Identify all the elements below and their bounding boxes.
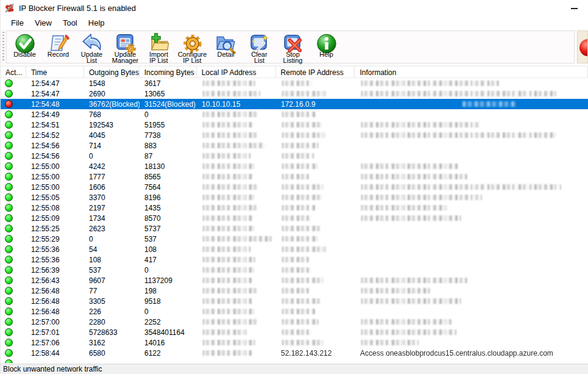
local-redacted [202,122,253,128]
menu-item-help[interactable]: Help [83,17,110,29]
out-value: 226 [89,307,101,316]
cell-local [197,88,276,99]
in-value: 0 [144,266,149,275]
table-row[interactable]: 12:55:0917348570 [1,213,588,223]
cell-in: 13065 [140,88,197,99]
cell-info [355,203,588,213]
table-row[interactable]: 12:56:482260 [1,306,588,317]
toolbar-button-clear-list[interactable]: Clear List [243,31,276,63]
status-dot-green [5,328,13,336]
column-header-local[interactable]: Local IP Address [197,67,276,77]
cell-act [1,78,26,88]
out-value: 537 [89,266,101,275]
table-row[interactable]: 12:57:0157286333548401164 [1,327,588,337]
time-value: 12:56:39 [31,266,60,275]
table-row[interactable]: 12:55:290537 [1,234,588,244]
time-value: 12:56:48 [31,297,60,306]
table-row[interactable]: 12:54:497680 [1,109,588,120]
table-row[interactable]: 12:56:4396071137209 [1,275,588,286]
local-redacted [202,81,255,86]
status-text: Block unwanted network traffic [3,365,102,373]
table-row[interactable]: 12:54:56087 [1,151,588,161]
cell-remote [276,151,355,161]
table-row[interactable]: 12:55:0017778565 [1,171,588,182]
out-value: 54 [89,245,97,254]
table-row[interactable]: 12:58:446580612252.182.143.212Access one… [1,348,588,358]
toolbar-button-configure-ip-list[interactable]: Configure IP List [175,31,209,63]
cell-in: 18130 [140,161,197,171]
title-bar: IP Blocker Firewall 5.1 is enabled [1,0,588,16]
table-row[interactable]: 12:54:4715483617 [1,78,588,88]
toolbar-button-label: Configure IP List [178,51,207,63]
column-header-act[interactable]: Act... [1,67,26,77]
table-row[interactable]: 12:54:56714883 [1,140,588,151]
remote-redacted [281,174,309,179]
in-value: 3617 [144,79,161,88]
local-redacted [202,329,248,335]
toolbar-button-stop-listing[interactable]: Stop Listing [276,31,310,63]
table-row[interactable]: 12:55:00424218130 [1,161,588,171]
table-row[interactable]: 12:54:5119254351955 [1,120,588,130]
status-dot-green [5,339,13,347]
toolbar-button-update-manager[interactable]: Update Manager [108,31,142,63]
toolbar-right-panel[interactable] [577,31,588,63]
status-dot-green [5,90,13,98]
column-header-in[interactable]: Incoming Bytes [140,67,197,77]
out-value: 5728633 [89,328,118,337]
in-value: 8196 [144,193,161,202]
column-header-info[interactable]: Information [355,67,588,77]
column-header-remote[interactable]: Remote IP Address [276,67,355,77]
cell-act [1,223,26,234]
menu-item-tool[interactable]: Tool [57,17,83,29]
cell-in: 7738 [140,130,197,140]
toolbar-button-record[interactable]: Record [41,31,75,63]
time-value: 12:54:52 [31,131,60,140]
cell-act [1,265,26,275]
in-value: 7564 [144,183,161,192]
table-row[interactable]: 12:54:47269013065 [1,88,588,99]
cell-time: 12:54:51 [26,120,84,130]
cell-out: 77 [84,286,140,296]
column-header-out[interactable]: Outgoing Bytes [84,67,140,77]
table-row-selected[interactable]: 12:54:4836762(Blocked)31524(Blocked)10.1… [1,99,588,109]
cell-remote: 172.16.0.9 [276,99,355,109]
in-value: 537 [144,235,157,243]
cell-info [355,275,588,286]
table-row[interactable]: 12:56:4833059518 [1,296,588,306]
table-row[interactable]: 12:55:36108417 [1,254,588,265]
cell-remote [276,275,355,286]
local-redacted [202,174,253,179]
out-value: 3305 [89,297,105,306]
table-row[interactable]: 12:55:3654108 [1,244,588,254]
table-row-partial[interactable] [1,358,588,363]
remote-redacted [281,236,317,242]
toolbar-button-detail[interactable]: Detail [209,31,243,63]
status-dot-green [5,204,13,212]
cell-remote [276,306,355,317]
toolbar-button-help[interactable]: Help [310,31,343,63]
cell-act [1,337,26,348]
table-row[interactable]: 12:56:4877198 [1,286,588,296]
toolbar-button-import-ip-list[interactable]: Import IP List [142,31,175,63]
table-row[interactable]: 12:55:2526235737 [1,223,588,234]
toolbar-gripper[interactable] [2,32,4,62]
cell-info [355,244,588,254]
toolbar-button-label: Disable [13,51,36,57]
cell-local [197,337,276,348]
cell-time: 12:55:36 [26,254,84,265]
menu-item-view[interactable]: View [29,17,57,29]
toolbar-button-update-list[interactable]: Update List [75,31,108,63]
menu-item-file[interactable]: File [5,17,29,29]
table-row[interactable]: 12:54:5240457738 [1,130,588,140]
table-row[interactable]: 12:57:06316214016 [1,337,588,348]
table-row[interactable]: 12:55:0821971435 [1,203,588,213]
time-value: 12:55:00 [31,162,60,171]
minimize-button[interactable] [567,4,581,13]
column-header-time[interactable]: Time [26,67,84,77]
table-row[interactable]: 12:55:0533708196 [1,192,588,203]
table-row[interactable]: 12:56:395370 [1,265,588,275]
table-row[interactable]: 12:55:0016067564 [1,182,588,192]
toolbar-button-disable[interactable]: Disable [8,31,41,63]
table-row[interactable]: 12:57:0022802252 [1,317,588,327]
cell-act [1,182,26,192]
